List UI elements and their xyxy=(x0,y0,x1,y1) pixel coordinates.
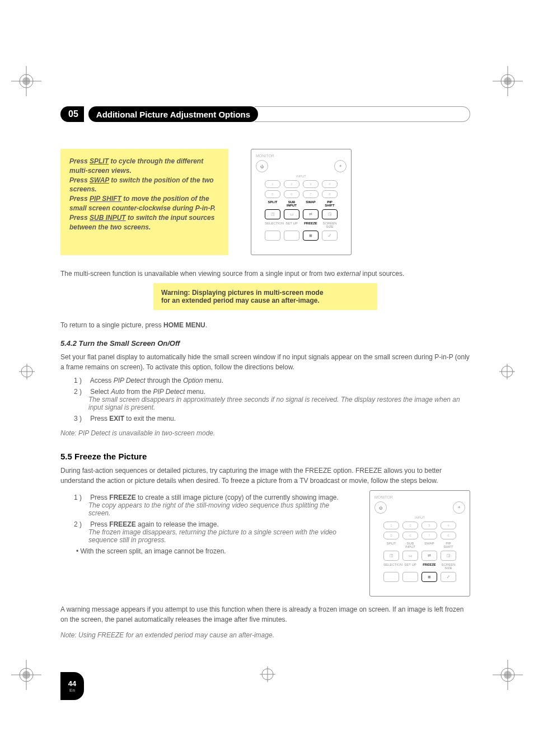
remote-label-split: SPLIT xyxy=(383,542,399,548)
setup-icon xyxy=(402,572,418,582)
text: Access xyxy=(90,377,114,384)
remote-label-sub: SUB INPUT xyxy=(284,200,299,207)
text: to exit the menu. xyxy=(124,415,176,422)
callout-key-subinput: SUB INPUT xyxy=(90,214,126,222)
text: again to release the image. xyxy=(136,520,219,528)
light-icon: ☀ xyxy=(453,501,465,514)
text: To return to a single picture, press xyxy=(60,321,163,329)
text: Press xyxy=(90,494,109,501)
callout-text: Press xyxy=(69,195,90,203)
remote-title: MONITOR xyxy=(256,154,346,158)
light-icon: ☀ xyxy=(334,160,346,172)
remote-num-btn: 4 xyxy=(322,180,338,188)
text: Press xyxy=(90,415,109,422)
callout-text: Press xyxy=(69,157,90,165)
swap-icon: ⇄ xyxy=(303,209,318,219)
print-cross-bottom xyxy=(260,666,275,684)
remote-label-freeze: FREEZE xyxy=(303,222,318,228)
steps-542: 1 ) Access PIP Detect through the Option… xyxy=(60,377,470,422)
text-italic: external xyxy=(337,270,361,278)
remote-label-selection: SELECTION xyxy=(383,563,399,570)
remote-label-setup: SET UP xyxy=(402,563,418,570)
text-italic: PIP Detect xyxy=(153,388,185,396)
text-freeze: FREEZE xyxy=(109,520,135,528)
remote-input-label: INPUT xyxy=(374,516,465,519)
heading-55: 5.5 Freeze the Picture xyxy=(60,452,470,461)
callout-key-pipshift: PIP SHIFT xyxy=(90,195,121,203)
step-number: 1 ) xyxy=(74,377,88,384)
remote-input-label: INPUT xyxy=(256,175,346,178)
remote-label-swap: SWAP xyxy=(303,200,318,207)
remote-label-pip: PIP SHIFT xyxy=(441,542,456,548)
remote-label-split: SPLIT xyxy=(265,200,280,207)
pipshift-icon: ◲ xyxy=(441,551,456,561)
warning-line: for an extended period may cause an afte… xyxy=(161,297,369,304)
callout-box-multiscreen: Press SPLIT to cycle through the differe… xyxy=(60,149,228,255)
step-subtext: The frozen image disappears, returning t… xyxy=(74,528,347,544)
text: from the xyxy=(125,388,153,396)
power-icon: ⏻ xyxy=(374,501,387,514)
size-icon: ⤢ xyxy=(322,231,338,241)
text: menu. xyxy=(185,388,205,396)
subinput-icon: ▭ xyxy=(402,551,418,561)
print-cross-left xyxy=(19,364,35,382)
remote-num-btn: 5 xyxy=(265,190,280,198)
print-cross-right xyxy=(499,364,515,382)
warning-box: Warning: Displaying pictures in multi-sc… xyxy=(153,283,377,310)
callout-text: Press xyxy=(69,214,90,222)
text: Select xyxy=(90,388,111,396)
remote-title: MONITOR xyxy=(374,495,465,499)
pipshift-icon: ◲ xyxy=(322,209,338,219)
header-rule xyxy=(255,106,470,122)
step-item: 1 ) Press FREEZE to create a still image… xyxy=(74,494,347,517)
paragraph-multi-unavailable: The multi-screen function is unavailable… xyxy=(60,269,470,279)
remote-num-btn: 8 xyxy=(441,532,456,539)
remote-label-pip: PIP SHIFT xyxy=(322,200,338,207)
remote-label-size: SCREEN SIZE xyxy=(322,222,338,228)
callout-text: Press xyxy=(69,176,90,184)
page-number-badge: 44 En xyxy=(60,672,84,700)
remote-label-selection: SELECTION xyxy=(265,222,280,228)
freeze-icon: ◼ xyxy=(421,572,437,582)
text-italic: PIP Detect xyxy=(114,377,146,384)
text: input sources. xyxy=(360,270,404,278)
chapter-number-badge: 05 xyxy=(60,106,84,122)
selection-icon xyxy=(383,572,399,582)
text-exit: EXIT xyxy=(109,415,124,422)
step-number: 2 ) xyxy=(74,520,88,528)
text-freeze: FREEZE xyxy=(109,494,135,501)
text: The multi-screen function is unavailable… xyxy=(60,270,337,278)
step-bullet: • With the screen split, an image cannot… xyxy=(74,547,347,555)
page-lang: En xyxy=(69,688,75,693)
remote-num-btn: 8 xyxy=(322,190,338,198)
print-reg-mark-br xyxy=(493,660,523,690)
split-icon: ◫ xyxy=(383,551,399,561)
remote-num-btn: 4 xyxy=(441,522,456,529)
step-number: 3 ) xyxy=(74,415,88,422)
text: to create a still image picture (copy) o… xyxy=(136,494,339,501)
chapter-title: Additional Picture Adjustment Options xyxy=(88,106,258,122)
remote-num-btn: 2 xyxy=(284,180,299,188)
remote-num-btn: 3 xyxy=(303,180,318,188)
step-item: 2 ) Select Auto from the PIP Detect menu… xyxy=(74,388,470,411)
split-icon: ◫ xyxy=(265,209,280,219)
text: Press xyxy=(90,520,109,528)
freeze-icon: ◼ xyxy=(303,231,318,241)
paragraph-55-intro: During fast-action sequences or detailed… xyxy=(60,466,470,486)
step-item: 2 ) Press FREEZE again to release the im… xyxy=(74,520,347,544)
page-number: 44 xyxy=(68,679,76,688)
size-icon: ⤢ xyxy=(441,572,456,582)
paragraph-freeze-warning: A warning message appears if you attempt… xyxy=(60,604,470,624)
remote-num-btn: 3 xyxy=(421,522,437,529)
text: . xyxy=(205,321,207,329)
swap-icon: ⇄ xyxy=(421,551,437,561)
remote-num-btn: 6 xyxy=(402,532,418,539)
remote-num-btn: 1 xyxy=(383,522,399,529)
note-542: Note: PIP Detect is unavailable in two-s… xyxy=(60,429,470,437)
remote-num-btn: 6 xyxy=(284,190,299,198)
chapter-header: 05 Additional Picture Adjustment Options xyxy=(60,106,470,122)
step-subtext: The small screen disappears in approxima… xyxy=(74,396,470,411)
text: menu. xyxy=(203,377,223,384)
remote-num-btn: 7 xyxy=(303,190,318,198)
step-number: 2 ) xyxy=(74,388,88,396)
